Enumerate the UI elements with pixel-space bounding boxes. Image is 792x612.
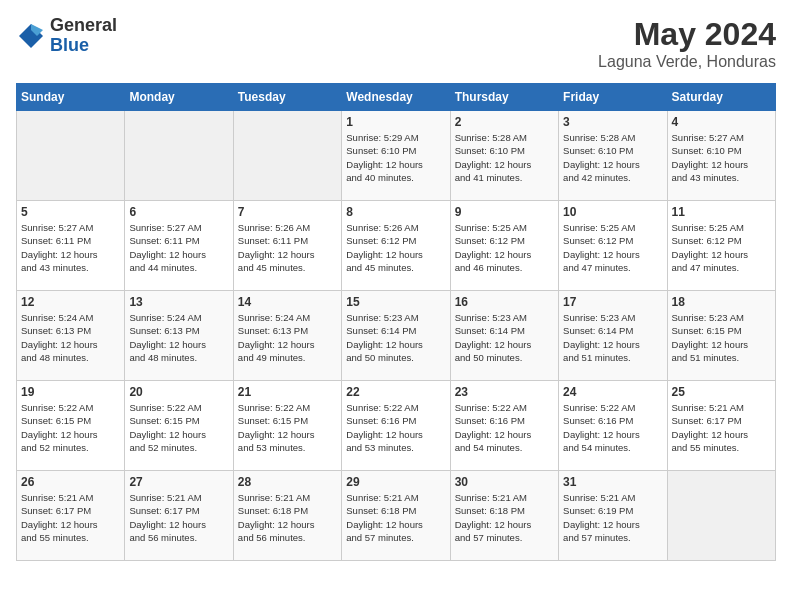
calendar-cell: 25Sunrise: 5:21 AM Sunset: 6:17 PM Dayli…	[667, 381, 775, 471]
calendar-cell: 4Sunrise: 5:27 AM Sunset: 6:10 PM Daylig…	[667, 111, 775, 201]
day-info: Sunrise: 5:26 AM Sunset: 6:11 PM Dayligh…	[238, 221, 337, 274]
day-info: Sunrise: 5:24 AM Sunset: 6:13 PM Dayligh…	[238, 311, 337, 364]
day-info: Sunrise: 5:28 AM Sunset: 6:10 PM Dayligh…	[455, 131, 554, 184]
day-number: 18	[672, 295, 771, 309]
day-info: Sunrise: 5:21 AM Sunset: 6:18 PM Dayligh…	[346, 491, 445, 544]
header-saturday: Saturday	[667, 84, 775, 111]
page-header: GeneralBlue May 2024 Laguna Verde, Hondu…	[16, 16, 776, 71]
calendar-week-row: 26Sunrise: 5:21 AM Sunset: 6:17 PM Dayli…	[17, 471, 776, 561]
day-number: 4	[672, 115, 771, 129]
calendar-week-row: 5Sunrise: 5:27 AM Sunset: 6:11 PM Daylig…	[17, 201, 776, 291]
calendar-cell: 31Sunrise: 5:21 AM Sunset: 6:19 PM Dayli…	[559, 471, 667, 561]
day-info: Sunrise: 5:21 AM Sunset: 6:18 PM Dayligh…	[238, 491, 337, 544]
calendar-cell: 27Sunrise: 5:21 AM Sunset: 6:17 PM Dayli…	[125, 471, 233, 561]
calendar-cell: 26Sunrise: 5:21 AM Sunset: 6:17 PM Dayli…	[17, 471, 125, 561]
header-tuesday: Tuesday	[233, 84, 341, 111]
day-number: 11	[672, 205, 771, 219]
day-number: 5	[21, 205, 120, 219]
calendar-cell: 15Sunrise: 5:23 AM Sunset: 6:14 PM Dayli…	[342, 291, 450, 381]
day-number: 21	[238, 385, 337, 399]
calendar-cell	[233, 111, 341, 201]
calendar-cell: 20Sunrise: 5:22 AM Sunset: 6:15 PM Dayli…	[125, 381, 233, 471]
day-number: 23	[455, 385, 554, 399]
calendar-cell: 6Sunrise: 5:27 AM Sunset: 6:11 PM Daylig…	[125, 201, 233, 291]
month-year-title: May 2024	[598, 16, 776, 53]
day-info: Sunrise: 5:21 AM Sunset: 6:18 PM Dayligh…	[455, 491, 554, 544]
logo: GeneralBlue	[16, 16, 117, 56]
calendar-cell	[125, 111, 233, 201]
header-sunday: Sunday	[17, 84, 125, 111]
day-info: Sunrise: 5:22 AM Sunset: 6:15 PM Dayligh…	[238, 401, 337, 454]
day-number: 29	[346, 475, 445, 489]
day-info: Sunrise: 5:25 AM Sunset: 6:12 PM Dayligh…	[672, 221, 771, 274]
calendar-cell: 10Sunrise: 5:25 AM Sunset: 6:12 PM Dayli…	[559, 201, 667, 291]
day-info: Sunrise: 5:21 AM Sunset: 6:17 PM Dayligh…	[129, 491, 228, 544]
calendar-week-row: 1Sunrise: 5:29 AM Sunset: 6:10 PM Daylig…	[17, 111, 776, 201]
day-info: Sunrise: 5:23 AM Sunset: 6:14 PM Dayligh…	[563, 311, 662, 364]
day-number: 17	[563, 295, 662, 309]
day-number: 22	[346, 385, 445, 399]
day-number: 19	[21, 385, 120, 399]
calendar-cell: 8Sunrise: 5:26 AM Sunset: 6:12 PM Daylig…	[342, 201, 450, 291]
calendar-header: Sunday Monday Tuesday Wednesday Thursday…	[17, 84, 776, 111]
days-of-week-row: Sunday Monday Tuesday Wednesday Thursday…	[17, 84, 776, 111]
day-number: 8	[346, 205, 445, 219]
calendar-cell: 21Sunrise: 5:22 AM Sunset: 6:15 PM Dayli…	[233, 381, 341, 471]
day-info: Sunrise: 5:22 AM Sunset: 6:16 PM Dayligh…	[563, 401, 662, 454]
day-info: Sunrise: 5:22 AM Sunset: 6:16 PM Dayligh…	[346, 401, 445, 454]
calendar-cell: 17Sunrise: 5:23 AM Sunset: 6:14 PM Dayli…	[559, 291, 667, 381]
calendar-week-row: 12Sunrise: 5:24 AM Sunset: 6:13 PM Dayli…	[17, 291, 776, 381]
day-info: Sunrise: 5:29 AM Sunset: 6:10 PM Dayligh…	[346, 131, 445, 184]
header-monday: Monday	[125, 84, 233, 111]
calendar-cell: 29Sunrise: 5:21 AM Sunset: 6:18 PM Dayli…	[342, 471, 450, 561]
day-info: Sunrise: 5:27 AM Sunset: 6:11 PM Dayligh…	[129, 221, 228, 274]
calendar-week-row: 19Sunrise: 5:22 AM Sunset: 6:15 PM Dayli…	[17, 381, 776, 471]
calendar-cell: 22Sunrise: 5:22 AM Sunset: 6:16 PM Dayli…	[342, 381, 450, 471]
day-info: Sunrise: 5:21 AM Sunset: 6:17 PM Dayligh…	[21, 491, 120, 544]
calendar-cell: 18Sunrise: 5:23 AM Sunset: 6:15 PM Dayli…	[667, 291, 775, 381]
calendar-body: 1Sunrise: 5:29 AM Sunset: 6:10 PM Daylig…	[17, 111, 776, 561]
day-info: Sunrise: 5:25 AM Sunset: 6:12 PM Dayligh…	[563, 221, 662, 274]
logo-text: GeneralBlue	[50, 16, 117, 56]
day-info: Sunrise: 5:21 AM Sunset: 6:19 PM Dayligh…	[563, 491, 662, 544]
calendar-cell	[667, 471, 775, 561]
day-number: 20	[129, 385, 228, 399]
calendar-cell: 28Sunrise: 5:21 AM Sunset: 6:18 PM Dayli…	[233, 471, 341, 561]
calendar-cell	[17, 111, 125, 201]
day-info: Sunrise: 5:21 AM Sunset: 6:17 PM Dayligh…	[672, 401, 771, 454]
calendar-cell: 1Sunrise: 5:29 AM Sunset: 6:10 PM Daylig…	[342, 111, 450, 201]
calendar-cell: 13Sunrise: 5:24 AM Sunset: 6:13 PM Dayli…	[125, 291, 233, 381]
day-number: 3	[563, 115, 662, 129]
calendar-cell: 11Sunrise: 5:25 AM Sunset: 6:12 PM Dayli…	[667, 201, 775, 291]
calendar-cell: 19Sunrise: 5:22 AM Sunset: 6:15 PM Dayli…	[17, 381, 125, 471]
day-number: 30	[455, 475, 554, 489]
calendar-cell: 3Sunrise: 5:28 AM Sunset: 6:10 PM Daylig…	[559, 111, 667, 201]
day-info: Sunrise: 5:25 AM Sunset: 6:12 PM Dayligh…	[455, 221, 554, 274]
day-number: 14	[238, 295, 337, 309]
calendar-table: Sunday Monday Tuesday Wednesday Thursday…	[16, 83, 776, 561]
logo-general: General	[50, 16, 117, 36]
day-number: 26	[21, 475, 120, 489]
day-info: Sunrise: 5:23 AM Sunset: 6:14 PM Dayligh…	[346, 311, 445, 364]
header-friday: Friday	[559, 84, 667, 111]
calendar-cell: 30Sunrise: 5:21 AM Sunset: 6:18 PM Dayli…	[450, 471, 558, 561]
calendar-cell: 9Sunrise: 5:25 AM Sunset: 6:12 PM Daylig…	[450, 201, 558, 291]
logo-blue: Blue	[50, 36, 117, 56]
day-number: 12	[21, 295, 120, 309]
calendar-cell: 7Sunrise: 5:26 AM Sunset: 6:11 PM Daylig…	[233, 201, 341, 291]
day-number: 27	[129, 475, 228, 489]
day-number: 25	[672, 385, 771, 399]
day-info: Sunrise: 5:23 AM Sunset: 6:14 PM Dayligh…	[455, 311, 554, 364]
day-info: Sunrise: 5:23 AM Sunset: 6:15 PM Dayligh…	[672, 311, 771, 364]
header-thursday: Thursday	[450, 84, 558, 111]
calendar-cell: 2Sunrise: 5:28 AM Sunset: 6:10 PM Daylig…	[450, 111, 558, 201]
day-info: Sunrise: 5:22 AM Sunset: 6:15 PM Dayligh…	[21, 401, 120, 454]
calendar-cell: 14Sunrise: 5:24 AM Sunset: 6:13 PM Dayli…	[233, 291, 341, 381]
day-info: Sunrise: 5:27 AM Sunset: 6:10 PM Dayligh…	[672, 131, 771, 184]
logo-icon	[16, 21, 46, 51]
day-info: Sunrise: 5:24 AM Sunset: 6:13 PM Dayligh…	[21, 311, 120, 364]
calendar-cell: 24Sunrise: 5:22 AM Sunset: 6:16 PM Dayli…	[559, 381, 667, 471]
day-number: 13	[129, 295, 228, 309]
day-number: 31	[563, 475, 662, 489]
day-number: 6	[129, 205, 228, 219]
